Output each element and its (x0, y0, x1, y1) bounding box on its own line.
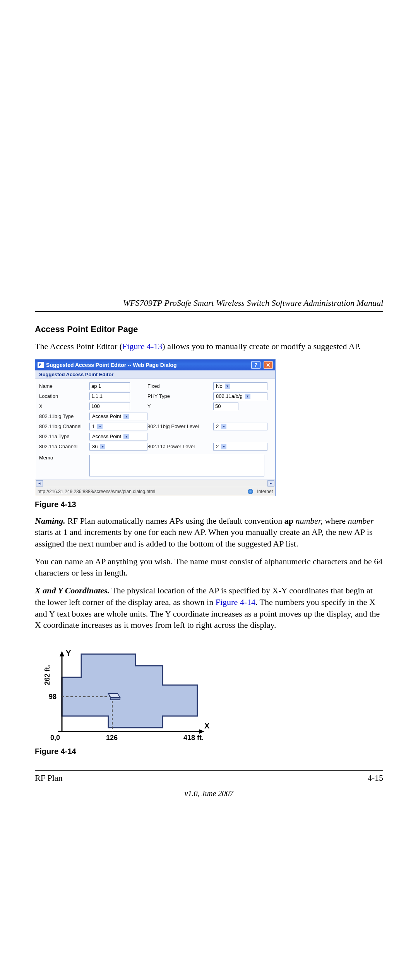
figure-4-13-link[interactable]: Figure 4-13 (122, 341, 162, 351)
chevron-down-icon: ▾ (100, 444, 105, 449)
dialog-titlebar: Suggested Access Point Editor -- Web Pag… (35, 360, 275, 370)
footer-row: RF Plan 4-15 (35, 771, 383, 783)
bg-type-label: 802.11b|g Type (39, 413, 89, 419)
section-heading: Access Point Editor Page (35, 324, 383, 334)
bg-pw-select[interactable]: 2▾ (213, 423, 267, 430)
naming-paragraph-1: Naming. RF Plan automatically names APs … (35, 515, 383, 550)
naming-number2: number (348, 516, 373, 526)
a-pw-label: 802.11a Power Level (147, 444, 213, 449)
y-axis-label: Y (66, 649, 71, 657)
dialog-title: Suggested Access Point Editor -- Web Pag… (46, 362, 249, 368)
figure-4-14-link[interactable]: Figure 4-14 (216, 597, 255, 607)
phy-value: 802.11a/b/g (216, 393, 243, 399)
a-type-select[interactable]: Access Point▾ (89, 433, 147, 440)
figure-4-14-label: Figure 4-14 (35, 747, 383, 756)
scroll-left-icon[interactable]: ◂ (36, 480, 43, 487)
a-ch-select[interactable]: 36▾ (89, 443, 147, 451)
row-a-ch-pw: 802.11a Channel 36▾ 802.11a Power Level … (39, 442, 271, 452)
row-x-y: X Y (39, 401, 271, 411)
naming-t1b: where (323, 516, 348, 526)
bg-type-select[interactable]: Access Point▾ (89, 413, 147, 420)
naming-ap: ap (284, 516, 293, 526)
status-url: http://216.31.249.236:8888/screens/wms/p… (38, 489, 244, 494)
bg-pw-label: 802.11b|g Power Level (147, 423, 213, 429)
a-pw-value: 2 (216, 444, 219, 449)
ie-icon (38, 362, 44, 368)
y-tick-label: 98 (49, 693, 57, 701)
bg-type-value: Access Point (92, 413, 121, 419)
phy-select[interactable]: 802.11a/b/g▾ (213, 392, 267, 400)
chevron-down-icon: ▾ (123, 434, 129, 439)
intro-paragraph: The Access Point Editor (Figure 4-13) al… (35, 341, 383, 352)
chevron-down-icon: ▾ (97, 424, 103, 429)
y-label: Y (147, 403, 213, 409)
a-type-label: 802.11a Type (39, 433, 89, 439)
dialog-form: Name Fixed No▾ Location PHY Type 802.11a… (35, 379, 275, 480)
close-button[interactable]: ✕ (264, 361, 273, 369)
fixed-label: Fixed (147, 383, 213, 389)
x-arrow-icon (199, 729, 204, 734)
location-label: Location (39, 393, 89, 399)
name-input[interactable] (89, 382, 130, 390)
figure-4-13-label: Figure 4-13 (35, 500, 383, 509)
y-arrow-icon (60, 651, 64, 656)
fixed-select[interactable]: No▾ (213, 382, 267, 390)
memo-textarea[interactable] (89, 455, 264, 476)
status-zone: Internet (257, 489, 273, 494)
row-memo: Memo (39, 455, 271, 476)
a-type-value: Access Point (92, 433, 121, 439)
chevron-down-icon: ▾ (221, 444, 226, 449)
origin-label: 0,0 (50, 734, 60, 742)
name-label: Name (39, 383, 89, 389)
dialog-subheading: Suggested Access Point Editor (35, 370, 275, 379)
chevron-down-icon: ▾ (225, 384, 230, 389)
x-axis-label: X (204, 721, 210, 730)
footer-page: 4-15 (368, 773, 383, 783)
floorplan-shape (62, 654, 197, 728)
x-max-label: 418 ft. (183, 734, 204, 742)
a-pw-select[interactable]: 2▾ (213, 443, 267, 451)
x-input[interactable] (89, 403, 130, 410)
row-name-fixed: Name Fixed No▾ (39, 381, 271, 391)
scroll-right-icon[interactable]: ▸ (267, 480, 274, 487)
y-max-label: 262 ft. (43, 665, 51, 685)
memo-label: Memo (39, 455, 86, 476)
naming-t1a: RF Plan automatically names APs using th… (65, 516, 284, 526)
ap-editor-dialog: Suggested Access Point Editor -- Web Pag… (35, 359, 276, 496)
naming-lead: Naming. (35, 516, 65, 526)
dialog-hscroll[interactable]: ◂ ▸ (35, 480, 275, 487)
x-tick-label: 126 (106, 734, 118, 742)
dialog-statusbar: http://216.31.249.236:8888/screens/wms/p… (35, 487, 275, 496)
phy-label: PHY Type (147, 393, 213, 399)
intro-post: ) allows you to manually create or modif… (162, 341, 361, 351)
doc-header-title: WFS709TP ProSafe Smart Wireless Switch S… (35, 298, 383, 312)
location-input[interactable] (89, 392, 130, 400)
row-location-phy: Location PHY Type 802.11a/b/g▾ (39, 391, 271, 401)
footer-version: v1.0, June 2007 (35, 789, 383, 798)
bg-ch-value: 1 (92, 423, 95, 429)
naming-t1c: starts at 1 and increments by one for ea… (35, 527, 372, 548)
row-bg-type: 802.11b|g Type Access Point▾ (39, 411, 271, 421)
chevron-down-icon: ▾ (123, 414, 129, 419)
footer-section: RF Plan (35, 773, 63, 783)
row-a-type: 802.11a Type Access Point▾ (39, 432, 271, 442)
bg-pw-value: 2 (216, 423, 219, 429)
naming-number: number, (295, 516, 322, 526)
intro-pre: The Access Point Editor ( (35, 341, 122, 351)
x-label: X (39, 403, 89, 409)
naming-paragraph-2: You can name an AP anything you wish. Th… (35, 556, 383, 579)
globe-icon (248, 489, 253, 494)
fixed-value: No (216, 383, 223, 389)
chevron-down-icon: ▾ (221, 424, 226, 429)
y-input[interactable] (213, 403, 238, 410)
help-button[interactable]: ? (251, 361, 260, 369)
coordinate-figure: 262 ft. Y 98 0,0 126 418 ft. X (35, 642, 221, 743)
a-ch-label: 802.11a Channel (39, 444, 89, 449)
chevron-down-icon: ▾ (245, 394, 250, 399)
xy-lead: X and Y Coordinates. (35, 586, 110, 595)
a-ch-value: 36 (92, 444, 98, 449)
bg-ch-select[interactable]: 1▾ (89, 423, 147, 430)
xy-paragraph: X and Y Coordinates. The physical locati… (35, 585, 383, 631)
bg-ch-label: 802.11b|g Channel (39, 423, 89, 429)
row-bg-ch-pw: 802.11b|g Channel 1▾ 802.11b|g Power Lev… (39, 421, 271, 432)
